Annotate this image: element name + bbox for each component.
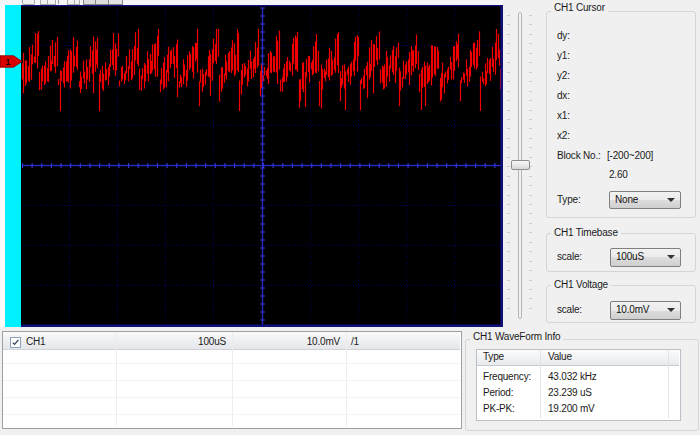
- svg-text:1: 1: [6, 57, 11, 67]
